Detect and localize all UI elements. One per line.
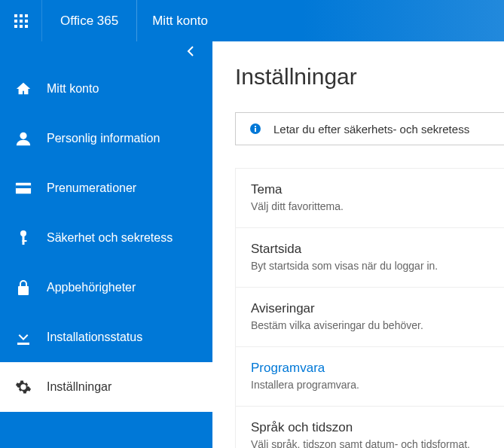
content-area: Inställningar Letar du efter säkerhets- … xyxy=(212,41,504,448)
settings-item-title: Språk och tidszon xyxy=(251,420,489,435)
settings-item-theme[interactable]: Tema Välj ditt favorittema. xyxy=(236,169,504,228)
app-launcher-button[interactable] xyxy=(0,0,42,41)
page-title: Inställningar xyxy=(235,64,504,90)
settings-item-software[interactable]: Programvara Installera programvara. xyxy=(236,347,504,407)
settings-item-title: Tema xyxy=(251,182,489,197)
svg-point-12 xyxy=(20,230,26,236)
home-icon xyxy=(14,81,33,97)
svg-rect-6 xyxy=(14,25,17,28)
chevron-left-icon xyxy=(187,46,194,56)
info-banner-text: Letar du efter säkerhets- och sekretess xyxy=(273,123,469,136)
svg-rect-14 xyxy=(23,240,27,242)
settings-item-desc: Byt startsida som visas när du loggar in… xyxy=(251,260,489,272)
main-area: Mitt konto Personlig information Prenume… xyxy=(0,41,504,448)
sidebar: Mitt konto Personlig information Prenume… xyxy=(0,41,212,448)
waffle-icon xyxy=(14,14,28,28)
person-icon xyxy=(14,130,33,147)
card-icon xyxy=(14,181,33,195)
svg-point-9 xyxy=(20,133,26,139)
svg-rect-5 xyxy=(25,20,28,23)
settings-item-desc: Välj ditt favorittema. xyxy=(251,200,489,212)
sidebar-item-app-permissions[interactable]: Appbehörigheter xyxy=(0,263,212,312)
sidebar-item-my-account[interactable]: Mitt konto xyxy=(0,64,212,114)
settings-list: Tema Välj ditt favorittema. Startsida By… xyxy=(235,168,504,448)
sidebar-item-label: Inställningar xyxy=(47,380,111,394)
svg-rect-8 xyxy=(25,25,28,28)
brand-link[interactable]: Office 365 xyxy=(42,0,137,41)
svg-rect-7 xyxy=(20,25,23,28)
settings-item-title: Aviseringar xyxy=(251,301,489,316)
settings-item-title: Startsida xyxy=(251,242,489,257)
sidebar-item-settings[interactable]: Inställningar xyxy=(0,362,212,412)
svg-rect-2 xyxy=(25,14,28,17)
sidebar-item-subscriptions[interactable]: Prenumerationer xyxy=(0,163,212,213)
info-banner[interactable]: Letar du efter säkerhets- och sekretess xyxy=(235,112,504,145)
svg-rect-3 xyxy=(14,20,17,23)
svg-rect-17 xyxy=(255,126,256,127)
sidebar-item-security[interactable]: Säkerhet och sekretess xyxy=(0,213,212,263)
collapse-sidebar-button[interactable] xyxy=(187,46,194,59)
sidebar-item-install-status[interactable]: Installationsstatus xyxy=(0,312,212,362)
settings-item-desc: Installera programvara. xyxy=(251,379,489,391)
top-bar: Office 365 Mitt konto xyxy=(0,0,504,41)
settings-item-desc: Välj språk, tidszon samt datum- och tids… xyxy=(251,438,489,448)
settings-item-notifications[interactable]: Aviseringar Bestäm vilka aviseringar du … xyxy=(236,288,504,347)
sidebar-item-label: Mitt konto xyxy=(47,82,99,96)
sidebar-item-label: Personlig information xyxy=(47,132,160,145)
sidebar-item-label: Säkerhet och sekretess xyxy=(47,231,173,245)
key-icon xyxy=(14,230,33,246)
settings-item-title: Programvara xyxy=(251,361,489,376)
download-icon xyxy=(14,329,33,346)
sidebar-item-label: Prenumerationer xyxy=(47,181,136,195)
top-page-title: Mitt konto xyxy=(137,14,223,29)
svg-rect-16 xyxy=(255,128,256,132)
gear-icon xyxy=(14,379,33,395)
sidebar-item-label: Installationsstatus xyxy=(47,331,142,344)
info-icon xyxy=(249,123,261,135)
svg-rect-1 xyxy=(20,14,23,17)
svg-rect-0 xyxy=(14,14,17,17)
settings-item-startpage[interactable]: Startsida Byt startsida som visas när du… xyxy=(236,228,504,288)
sidebar-item-personal-info[interactable]: Personlig information xyxy=(0,114,212,163)
svg-rect-4 xyxy=(20,20,23,23)
sidebar-item-label: Appbehörigheter xyxy=(47,281,136,294)
settings-item-language-timezone[interactable]: Språk och tidszon Välj språk, tidszon sa… xyxy=(236,407,504,448)
settings-item-desc: Bestäm vilka aviseringar du behöver. xyxy=(251,319,489,331)
lock-icon xyxy=(14,279,33,296)
svg-rect-11 xyxy=(16,185,31,188)
